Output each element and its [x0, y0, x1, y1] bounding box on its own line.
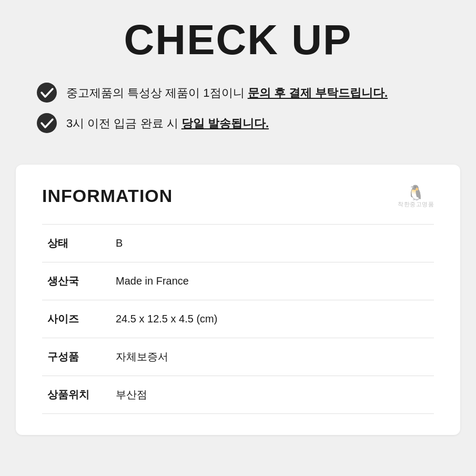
label-components: 구성품 [42, 338, 110, 376]
info-header: INFORMATION 🐧 착한중고명품 [42, 186, 434, 208]
top-section: CHECK UP 중고제품의 특성상 제품이 1점이니 문의 후 결제 부탁드립… [0, 0, 476, 154]
checklist-item-2-bold: 당일 발송됩니다. [181, 117, 269, 130]
value-location: 부산점 [110, 376, 434, 414]
label-size: 사이즈 [42, 300, 110, 338]
info-title: INFORMATION [42, 186, 173, 206]
check-icon-1 [37, 83, 57, 103]
brand-logo-text: 착한중고명품 [398, 200, 434, 208]
checklist-item-2: 3시 이전 입금 완료 시 당일 발송됩니다. [37, 113, 439, 133]
value-components: 자체보증서 [110, 338, 434, 376]
info-table: 상태 B 생산국 Made in France 사이즈 24.5 x 12.5 … [42, 224, 434, 414]
table-row-size: 사이즈 24.5 x 12.5 x 4.5 (cm) [42, 300, 434, 338]
checklist: 중고제품의 특성상 제품이 1점이니 문의 후 결제 부탁드립니다. 3시 이전… [32, 83, 444, 133]
table-row-origin: 생산국 Made in France [42, 262, 434, 300]
value-origin: Made in France [110, 262, 434, 300]
label-location: 상품위치 [42, 376, 110, 414]
checklist-item-2-text: 3시 이전 입금 완료 시 당일 발송됩니다. [66, 115, 269, 132]
checklist-item-1-text: 중고제품의 특성상 제품이 1점이니 문의 후 결제 부탁드립니다. [66, 84, 388, 102]
label-status: 상태 [42, 225, 110, 262]
label-origin: 생산국 [42, 262, 110, 300]
svg-point-1 [37, 113, 57, 133]
table-row-status: 상태 B [42, 225, 434, 262]
check-icon-2 [37, 113, 57, 133]
value-size: 24.5 x 12.5 x 4.5 (cm) [110, 300, 434, 338]
checklist-item-1-bold: 문의 후 결제 부탁드립니다. [248, 86, 388, 99]
table-row-location: 상품위치 부산점 [42, 376, 434, 414]
page-title: CHECK UP [32, 16, 444, 64]
svg-point-0 [37, 83, 57, 103]
info-card: INFORMATION 🐧 착한중고명품 상태 B 생산국 Made in Fr… [16, 165, 460, 435]
value-status: B [110, 225, 434, 262]
brand-logo: 🐧 착한중고명품 [398, 186, 434, 208]
checklist-item-1: 중고제품의 특성상 제품이 1점이니 문의 후 결제 부탁드립니다. [37, 83, 439, 103]
brand-logo-icon: 🐧 [407, 186, 425, 200]
table-row-components: 구성품 자체보증서 [42, 338, 434, 376]
